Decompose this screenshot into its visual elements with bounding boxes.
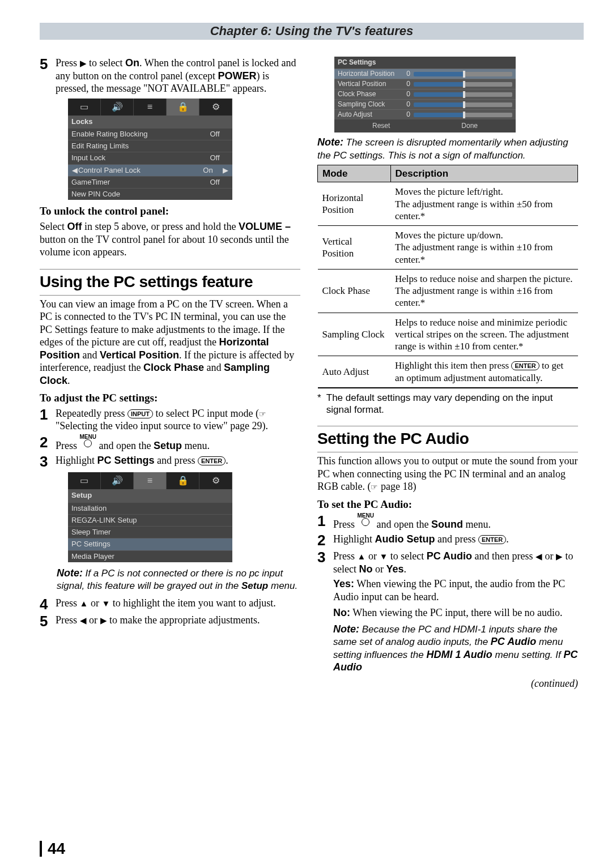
pc-settings-screenshot: PC Settings Horizontal Position0 Vertica…: [334, 57, 516, 132]
vp-label: Vertical Position: [100, 349, 179, 361]
audio-step-1: 1 Press MENU and open the Sound menu.: [317, 514, 578, 531]
text: Press: [56, 614, 80, 626]
step-number: 3: [317, 550, 333, 565]
step-number: 1: [40, 407, 56, 422]
no-paragraph: No: When viewing the PC input, there wil…: [333, 606, 578, 619]
row-label: Sleep Timer: [71, 528, 229, 537]
desc-cell: Helps to reduce noise and minimize perio…: [390, 313, 577, 356]
text: and then press: [472, 550, 536, 562]
right-column: PC Settings Horizontal Position0 Vertica…: [317, 57, 578, 693]
desc-cell: Moves the picture left/right. The adjust…: [390, 182, 577, 226]
row-label: Installation: [71, 504, 229, 513]
text: Repeatedly press: [56, 408, 128, 419]
slider-bar: [414, 72, 512, 76]
pc-settings-paragraph: You can view an image from a PC on the T…: [40, 298, 300, 387]
asterisk-icon: *: [317, 392, 326, 416]
row-label: Clock Phase: [338, 90, 400, 99]
step-number: 4: [40, 597, 56, 612]
text: Highlight: [333, 533, 375, 545]
menu-row: Edit Rating Limits: [68, 140, 232, 152]
step-body: Press ▶ to select On. When the control p…: [56, 57, 300, 95]
description-header: Description: [390, 165, 577, 182]
row-label: PC Settings: [71, 540, 229, 549]
row-value: 0: [403, 90, 410, 99]
left-arrow-icon: ◀: [536, 552, 542, 561]
right-arrow-icon: ▶: [80, 59, 87, 68]
left-arrow-icon: ◀: [80, 616, 87, 625]
step-number: 3: [40, 454, 56, 469]
two-column-layout: 5 Press ▶ to select On. When the control…: [40, 57, 584, 693]
enter-key-icon: ENTER: [511, 361, 539, 370]
note-block: Note: The screen is disrupted momentaril…: [317, 136, 578, 161]
text: in step 5 above, or press and hold the: [82, 221, 238, 232]
slider-row: Clock Phase0: [334, 89, 516, 99]
text: to select: [87, 57, 125, 69]
right-arrow-icon: ▶: [556, 552, 563, 561]
step-body: Highlight Audio Setup and press ENTER.: [333, 533, 578, 546]
reset-button-label: Reset: [372, 122, 390, 130]
text: to highlight the item you want to adjust…: [110, 597, 275, 609]
hdmi1-audio-label: HDMI 1 Audio: [426, 649, 492, 660]
step-number: 2: [317, 533, 333, 548]
off-label: Off: [67, 221, 82, 232]
text: This function allows you to output or mu…: [317, 455, 577, 492]
slider-bar: [414, 113, 512, 117]
up-arrow-icon: ▲: [358, 552, 366, 561]
row-label: Edit Rating Limits: [71, 142, 229, 151]
chapter-banner: Chapter 6: Using the TV's features: [40, 23, 584, 40]
slider-row-selected: Horizontal Position0: [334, 69, 516, 79]
row-value: Off: [201, 130, 229, 139]
mode-cell: Vertical Position: [318, 226, 391, 270]
yes-label: Yes:: [333, 578, 354, 589]
menu-button-icon: MENU: [358, 514, 374, 526]
right-arrow-icon: ▶: [100, 616, 107, 625]
step-4: 4 Press ▲ or ▼ to highlight the item you…: [40, 597, 300, 612]
note-label: Note:: [57, 567, 83, 579]
lock-icon: 🔒: [167, 99, 199, 116]
yes-no-block: Yes: When viewing the PC input, the audi…: [317, 578, 578, 674]
table-row: Clock PhaseHelps to reduce noise and sha…: [318, 269, 578, 313]
step-body: Repeatedly press INPUT to select PC inpu…: [56, 407, 300, 433]
table-header-row: Mode Description: [318, 165, 578, 182]
mode-cell: Auto Adjust: [318, 356, 391, 388]
step-1: 1 Repeatedly press INPUT to select PC in…: [40, 407, 300, 433]
row-label: Horizontal Position: [338, 70, 400, 78]
text: When viewing the PC input, the audio fro…: [333, 578, 565, 602]
mode-cell: Horizontal Position: [318, 182, 391, 226]
text: and: [204, 362, 224, 373]
text: to select: [388, 550, 426, 562]
pc-audio-label: PC Audio: [491, 636, 536, 647]
settings-icon: ⚙: [199, 472, 232, 489]
note-block: Note: Because the PC and HDMI-1 inputs s…: [333, 623, 578, 674]
text: and open the: [374, 519, 431, 530]
text: Highlight: [56, 455, 97, 466]
step-number: 5: [40, 614, 56, 628]
button-row: Reset Done: [334, 119, 516, 132]
slider-bar: [414, 82, 512, 87]
text: .: [226, 455, 228, 466]
desc-cell: Highlight this item then press ENTER to …: [390, 356, 577, 388]
picture-icon: ▭: [68, 472, 101, 489]
note-text: menu setting. If: [492, 649, 564, 660]
mode-header: Mode: [318, 165, 391, 182]
section-pc-settings: Using the PC settings feature: [40, 269, 300, 296]
setup-icon: ≡: [134, 472, 167, 489]
row-value: Off: [201, 178, 229, 187]
text: Press: [333, 550, 358, 562]
audio-icon: 🔊: [101, 99, 134, 116]
step-body: Press ◀ or ▶ to make the appropriate adj…: [56, 614, 300, 627]
table-row: Auto Adjust Highlight this item then pre…: [318, 356, 578, 388]
row-value: On: [194, 166, 222, 175]
menu-row-selected: ◀Control Panel LockOn▶: [68, 164, 232, 176]
adjust-heading: To adjust the PC settings:: [40, 391, 300, 405]
step-body: Highlight PC Settings and press ENTER.: [56, 454, 300, 467]
set-pc-audio-heading: To set the PC Audio:: [317, 498, 578, 511]
setup-label: Setup: [154, 440, 182, 451]
sound-label: Sound: [431, 519, 463, 530]
left-column: 5 Press ▶ to select On. When the control…: [40, 57, 300, 693]
slider-bar: [414, 92, 512, 97]
desc-cell: Helps to reduce noise and sharpen the pi…: [390, 269, 577, 313]
audio-step-3: 3 Press ▲ or ▼ to select PC Audio and th…: [317, 550, 578, 575]
cp-label: Clock Phase: [143, 362, 204, 373]
table-row: Vertical PositionMoves the picture up/do…: [318, 226, 578, 270]
